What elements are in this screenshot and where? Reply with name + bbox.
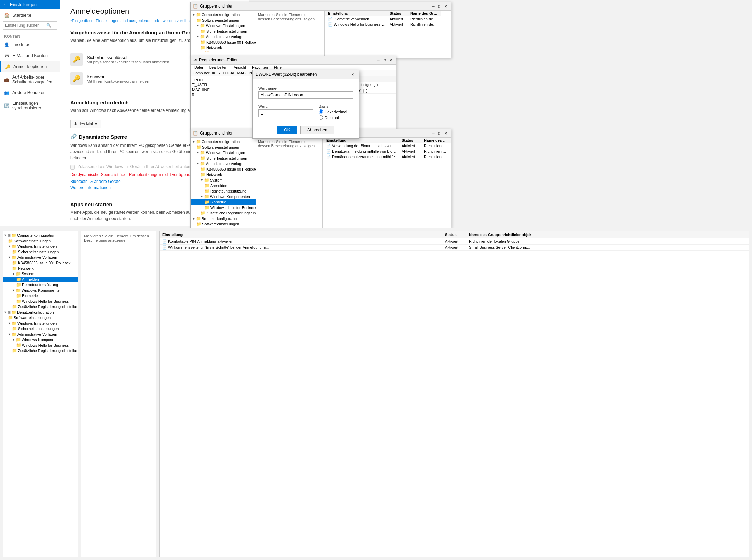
maximize-btn-1[interactable]: □ (436, 3, 443, 9)
tree-item[interactable]: ▼⊞📁Benutzerkonfiguration (3, 310, 78, 315)
dword-ok-btn[interactable]: OK (277, 126, 297, 134)
dword-cancel-btn[interactable]: Abbrechen (300, 126, 334, 134)
menu-bearbeiten[interactable]: Bearbeiten (208, 65, 229, 69)
sidebar-item-andere[interactable]: 👥 Andere Benutzer (0, 87, 60, 98)
reg-tree-item[interactable]: 0 (191, 92, 259, 97)
sidebar-search-box[interactable]: 🔍 (3, 21, 57, 30)
tree-item[interactable]: ▼📁Windows-Einstellungen (3, 244, 78, 249)
tree-item[interactable]: 📁KB4586853 Issue 001 Rollback (3, 260, 78, 266)
tree-item[interactable]: 📁 Netzwerk (191, 45, 256, 50)
sidebar-item-ihre-infos[interactable]: 👤 Ihre Infos (0, 39, 60, 50)
dword-hex-radio[interactable] (319, 109, 323, 114)
dropdown-label: Jedes Mal (74, 121, 93, 126)
dword-hex-radio-row[interactable]: Hexadezimal (319, 109, 353, 114)
reg-tree[interactable]: _ROOT T_USER MACHINE 0 (191, 76, 259, 131)
tree-item[interactable]: 📁Zusätzliche Registrierungseinstellungen (191, 210, 256, 216)
tree-item[interactable]: 📁Remoteunterstützung (3, 282, 78, 288)
tree-item[interactable]: 📁 Sicherheitseinstellungen (191, 28, 256, 34)
tree-item[interactable]: 📁Softwareeinstellungen (3, 238, 78, 244)
gpo-tree-pane-1[interactable]: ▼ 📁 Computerkonfiguration 📁 Softwareeins… (191, 11, 256, 52)
dword-dec-radio[interactable] (319, 115, 323, 120)
tree-item[interactable]: ▼📁Windows-Komponenten (3, 288, 78, 293)
close-btn-reg[interactable]: ✕ (388, 57, 394, 63)
minimize-btn-reg[interactable]: ─ (375, 57, 381, 63)
tree-item[interactable]: ▼📁Administrative Vorlagen (191, 161, 256, 166)
tree-item[interactable]: 📁 KB4586853 Issue 001 Rollback (191, 39, 256, 45)
tree-item[interactable]: 📁Zusätzliche Registrierungseinstellungen (3, 304, 78, 310)
maximize-btn-reg[interactable]: □ (381, 57, 388, 63)
tree-item[interactable]: ▼📁Windows-Einstellungen (191, 150, 256, 155)
minimize-btn-2[interactable]: ─ (430, 130, 436, 136)
dword-close-btn[interactable]: ✕ (350, 71, 356, 78)
tree-item[interactable]: ▼📁Windows-Komponenten (191, 194, 256, 199)
tree-item[interactable]: 📁Windows Hello for Business (191, 205, 256, 210)
sidebar-item-email[interactable]: ✉ E-Mail und Konten (0, 50, 60, 61)
tree-item[interactable]: ▼📁System (191, 177, 256, 183)
tree-item[interactable]: 📁Anmelden (191, 183, 256, 188)
gpo-row[interactable]: 📄 Biometrie verwenden Aktiviert Richtlin… (325, 16, 441, 22)
tree-item[interactable]: ▼📁Windows-Einstellungen (3, 320, 78, 326)
tree-item[interactable]: ▼📁Administrative Vorlagen (3, 331, 78, 337)
tree-item[interactable]: ▼ 📁 Computerkonfiguration (191, 12, 256, 18)
gpo-row[interactable]: 📄 Domänenbenutzeranmeldung mithilfe von … (323, 154, 451, 160)
gpo-row[interactable]: 📄 Windows Hello for Business verwenden A… (325, 22, 441, 27)
tree-item-biometrie-selected[interactable]: 📁Biometrie (191, 199, 256, 205)
menu-datei[interactable]: Datei (193, 65, 204, 69)
tree-item[interactable]: ▼📁Computerkonfiguration (191, 139, 256, 144)
gpo-row[interactable]: 📄 Benutzeranmeldung mithilfe von Biometr… (323, 149, 451, 154)
tree-item[interactable]: 📁Biometrie (3, 293, 78, 299)
tree-item[interactable]: ▼📁Benutzerkonfiguration (191, 216, 256, 221)
tree-item[interactable]: 📁Remoteunterstützung (191, 188, 256, 194)
sidebar-home-item[interactable]: 🏠 Startseite (0, 9, 60, 21)
gpo-tree-2[interactable]: ▼📁Computerkonfiguration 📁Softwareeinstel… (191, 138, 256, 230)
reg-tree-item[interactable]: MACHINE (191, 87, 259, 92)
gpo-content-1: ▼ 📁 Computerkonfiguration 📁 Softwareeins… (191, 11, 451, 60)
minimize-btn-1[interactable]: ─ (430, 3, 436, 9)
tree-item[interactable]: ▼ 📁 System (191, 50, 256, 52)
tree-item[interactable]: 📁Softwareeinstellungen (191, 144, 256, 150)
dword-titlebar: DWORD-Wert (32-Bit) bearbeiten ✕ (253, 70, 359, 79)
tree-item[interactable]: 📁Sicherheitseinstellungen (3, 326, 78, 331)
dword-dec-radio-row[interactable]: Dezimal (319, 115, 353, 120)
tree-item[interactable]: ▼⊞📁Computerkonfiguration (3, 233, 78, 238)
tree-item-whfb[interactable]: 📁Windows Hello for Business (3, 299, 78, 304)
dword-name-input[interactable] (258, 91, 353, 99)
menu-hilfe[interactable]: Hilfe (273, 65, 283, 69)
tree-item[interactable]: 📁 Softwareeinstellungen (191, 18, 256, 23)
tree-item[interactable]: ▼ 📁 Administrative Vorlagen (191, 34, 256, 39)
tree-item[interactable]: 📁Windows Hello for Business (3, 342, 78, 348)
tree-item[interactable]: 📁Sicherheitseinstellungen (191, 155, 256, 161)
back-icon[interactable]: ← (3, 2, 8, 7)
tree-item[interactable]: 📁KB4586853 Issue 001 Rollback (191, 166, 256, 172)
close-btn-1[interactable]: ✕ (443, 3, 449, 9)
tree-item[interactable]: 📁Softwareeinstellungen (3, 315, 78, 320)
tree-item[interactable]: 📁Zusätzliche Registrierungseinstellungen (3, 348, 78, 353)
tree-item[interactable]: ▼📁Windows-Komponenten (3, 337, 78, 342)
dword-value-input[interactable] (258, 109, 313, 117)
auto-lock-checkbox[interactable] (70, 165, 75, 170)
search-input[interactable] (5, 23, 46, 28)
bottom-row[interactable]: 📄 Komfortable PIN-Anmeldung aktivieren A… (160, 238, 749, 245)
sidebar-item-anmelden[interactable]: 🔑 Anmeldeoptionen (0, 61, 60, 72)
gpo-row[interactable]: 📄 Verwendung der Biometrie zulassen Akti… (323, 143, 451, 149)
tree-item[interactable]: ▼ 📁 Windows-Einstellungen (191, 23, 256, 28)
menu-ansicht[interactable]: Ansicht (232, 65, 247, 69)
tree-item[interactable]: ▼📁Administrative Vorlagen (3, 255, 78, 260)
tree-item[interactable]: 📁Netzwerk (3, 266, 78, 271)
close-btn-2[interactable]: ✕ (443, 130, 449, 136)
tree-item-anmelden-selected[interactable]: 📁Anmelden (3, 277, 78, 282)
reg-tree-item[interactable]: _ROOT (191, 78, 259, 82)
tree-item[interactable]: 📁Sicherheitseinstellungen (3, 249, 78, 255)
bottom-row[interactable]: 📄 Willkommensseite für 'Erste Schritte' … (160, 245, 749, 251)
tree-item[interactable]: 📁Netzwerk (191, 172, 256, 177)
frequency-dropdown[interactable]: Jedes Mal ▾ (70, 120, 101, 128)
bottom-tree-panel[interactable]: ▼⊞📁Computerkonfiguration 📁Softwareeinste… (3, 231, 78, 557)
tree-item[interactable]: 📁Softwareeinstellungen (191, 221, 256, 227)
reg-icon: 🗂 (193, 58, 197, 62)
sidebar-item-arbeit[interactable]: 💼 Auf Arbeits- oder Schulkonto zugreifen (0, 72, 60, 87)
sidebar-item-sync[interactable]: 🔄 Einstellungen synchronisieren (0, 98, 60, 113)
tree-item[interactable]: ▼📁System (3, 271, 78, 277)
menu-favoriten[interactable]: Favoriten (251, 65, 269, 69)
maximize-btn-2[interactable]: □ (436, 130, 443, 136)
reg-tree-item[interactable]: T_USER (191, 82, 259, 87)
